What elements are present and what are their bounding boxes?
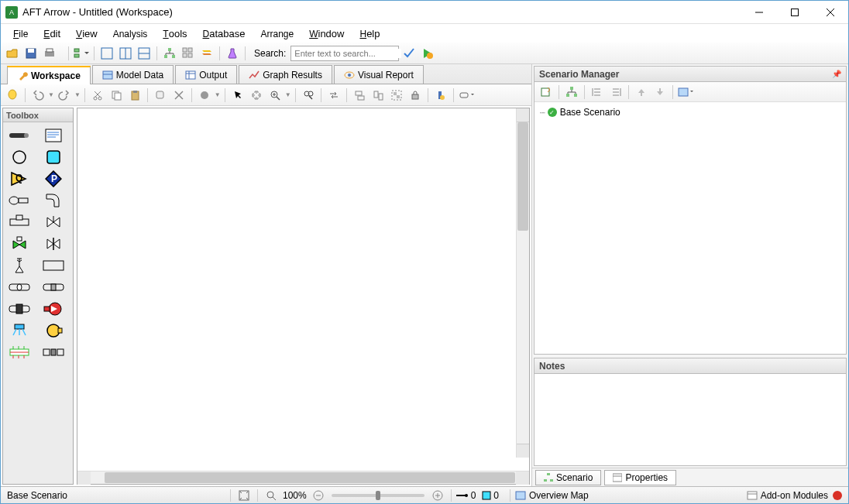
menu-help[interactable]: Help — [353, 26, 386, 41]
separator-tool[interactable] — [6, 344, 33, 361]
menu-edit[interactable]: Edit — [37, 26, 67, 41]
hint-button[interactable] — [4, 87, 21, 104]
zoom-slider[interactable] — [332, 494, 424, 497]
overview-map-label[interactable]: Overview Map — [529, 490, 589, 501]
menu-tools[interactable]: Tools — [156, 26, 193, 41]
layout2-button[interactable] — [117, 45, 134, 62]
assigned-flow-tool[interactable]: Q — [6, 170, 33, 187]
assigned-pressure-tool[interactable]: P — [40, 170, 67, 187]
scenario-tree-button[interactable] — [563, 84, 580, 101]
horizontal-scrollbar[interactable] — [77, 471, 529, 484]
duplicate-button[interactable] — [152, 87, 169, 104]
diagram-button[interactable] — [161, 45, 178, 62]
tab-graph-results[interactable]: Graph Results — [239, 65, 332, 84]
zoom-icon[interactable] — [263, 487, 280, 504]
maximize-button[interactable] — [777, 1, 813, 24]
special1-button[interactable] — [432, 87, 449, 104]
scenario-up-button[interactable] — [633, 84, 650, 101]
heat-exchanger-tool[interactable] — [6, 300, 33, 317]
compressor-tool[interactable] — [40, 300, 67, 317]
svg-rect-55 — [379, 94, 383, 100]
base-scenario-node[interactable]: ····· ✓ Base Scenario — [539, 107, 841, 118]
scenario-options-button[interactable] — [677, 84, 694, 101]
print-button[interactable] — [41, 45, 58, 62]
undo-button[interactable] — [29, 87, 46, 104]
tab-visual-report[interactable]: Visual Report — [334, 65, 424, 84]
search-input[interactable] — [294, 49, 401, 58]
align2-button[interactable] — [370, 87, 387, 104]
tee-tool[interactable] — [6, 214, 33, 231]
menu-analysis[interactable]: Analysis — [107, 26, 154, 41]
cut-button[interactable] — [89, 87, 106, 104]
search-box[interactable] — [290, 46, 399, 61]
group-button[interactable] — [388, 87, 405, 104]
tab-output[interactable]: Output — [175, 65, 237, 84]
copy-button[interactable] — [108, 87, 125, 104]
menu-database[interactable]: Database — [197, 26, 252, 41]
workspace-canvas[interactable] — [77, 108, 529, 471]
open-button[interactable] — [4, 45, 21, 62]
menu-file[interactable]: File — [7, 26, 34, 41]
layers-button[interactable] — [198, 45, 215, 62]
find-button[interactable] — [300, 87, 317, 104]
minimize-button[interactable] — [741, 1, 777, 24]
addon-modules-label[interactable]: Add-on Modules — [761, 490, 828, 501]
notes-body[interactable] — [534, 374, 846, 465]
general-tool[interactable] — [40, 344, 67, 361]
menu-arrange[interactable]: Arrange — [254, 26, 300, 41]
save-button[interactable] — [22, 45, 40, 62]
valve-tool[interactable] — [40, 214, 67, 231]
svg-text:P: P — [51, 173, 57, 184]
redo-button[interactable] — [56, 87, 73, 104]
fit-button[interactable] — [235, 487, 253, 504]
scenario-expand-button[interactable] — [589, 84, 606, 101]
zoom-out-button[interactable] — [310, 487, 327, 504]
close-button[interactable] — [813, 1, 848, 24]
reservoir-tool[interactable] — [40, 149, 67, 166]
check-button[interactable] — [400, 45, 418, 62]
scenario-tree[interactable]: ····· ✓ Base Scenario — [534, 102, 846, 354]
pin-icon[interactable]: 📌 — [832, 70, 841, 78]
elbow-tool[interactable] — [40, 192, 67, 209]
svg-point-34 — [98, 97, 101, 100]
paste-button[interactable] — [126, 87, 143, 104]
tab-workspace[interactable]: Workspace — [7, 66, 91, 84]
menu-view[interactable]: View — [70, 26, 104, 41]
junction-dropdown[interactable] — [458, 87, 475, 104]
delete-button[interactable] — [170, 87, 187, 104]
area-change-tool[interactable] — [40, 257, 67, 274]
lock-button[interactable] — [407, 87, 424, 104]
tank-tool[interactable] — [6, 149, 33, 166]
scenario-collapse-button[interactable] — [607, 84, 624, 101]
screen-tool[interactable] — [40, 279, 67, 296]
scenario-dropdown[interactable] — [73, 45, 90, 62]
scenario-new-button[interactable] — [538, 84, 555, 101]
spray-tool[interactable] — [6, 322, 33, 339]
check-valve-tool[interactable] — [40, 235, 67, 252]
relief-valve-tool[interactable] — [6, 257, 33, 274]
tab-model-data[interactable]: Model Data — [92, 65, 174, 84]
pointer-button[interactable] — [229, 87, 246, 104]
pan-button[interactable] — [248, 87, 265, 104]
scenario-down-button[interactable] — [651, 84, 669, 101]
tab-scenario[interactable]: Scenario — [535, 470, 601, 485]
color-button[interactable] — [196, 87, 213, 104]
vertical-scrollbar[interactable] — [516, 108, 529, 458]
zoom-in-button[interactable] — [429, 487, 446, 504]
control-valve-tool[interactable] — [6, 235, 33, 252]
branch-tool[interactable] — [6, 192, 33, 209]
pipe-tool[interactable] — [6, 127, 33, 144]
swap-button[interactable] — [325, 87, 342, 104]
pump-tool[interactable] — [40, 322, 67, 339]
annotation-tool[interactable] — [40, 127, 67, 144]
align1-button[interactable] — [351, 87, 368, 104]
grid-button[interactable] — [180, 45, 197, 62]
zoom-button[interactable] — [266, 87, 284, 104]
layout1-button[interactable] — [98, 45, 115, 62]
menu-window[interactable]: Window — [303, 26, 350, 41]
run-button[interactable] — [419, 45, 436, 62]
layout3-button[interactable] — [136, 45, 153, 62]
flask-button[interactable] — [224, 45, 241, 62]
orifice-tool[interactable] — [6, 279, 33, 296]
tab-properties[interactable]: Properties — [604, 470, 676, 485]
